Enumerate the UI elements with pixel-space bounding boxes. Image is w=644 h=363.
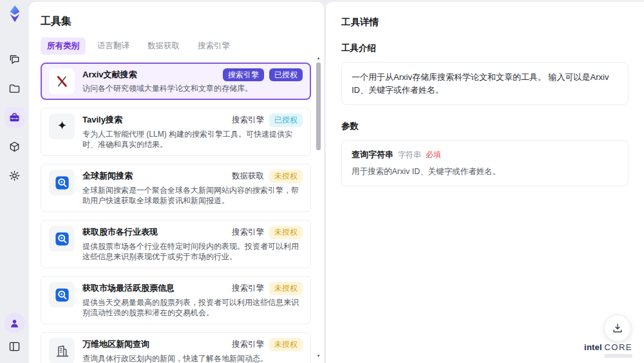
page-title: 工具集: [41, 15, 311, 28]
tool-cards: Arxiv文献搜索搜索引擎已授权访问各个研究领域大量科学论文和文章的存储库。Ta…: [41, 63, 311, 363]
tool-name: Arxiv文献搜索: [82, 69, 137, 81]
panel-icon[interactable]: [5, 336, 25, 357]
tool-category: 搜索引擎: [232, 115, 264, 126]
intel-sub-badge: [604, 354, 632, 358]
auth-status-badge: 未授权: [269, 226, 303, 239]
tab-data[interactable]: 数据获取: [141, 37, 186, 55]
app-window: 工具集 所有类别语言翻译数据获取搜索引擎 Arxiv文献搜索搜索引擎已授权访问各…: [0, 0, 644, 363]
param-name: 查询字符串: [352, 149, 393, 161]
building-icon: [49, 338, 75, 363]
tool-description: 专为人工智能代理 (LLM) 构建的搜索引擎工具。可快速提供实时、准确和真实的结…: [82, 129, 303, 151]
tool-category: 数据获取: [232, 171, 264, 182]
download-button[interactable]: [604, 315, 631, 342]
sidebar-rail: [0, 0, 29, 363]
tool-card[interactable]: Tavily搜索搜索引擎已授权专为人工智能代理 (LLM) 构建的搜索引擎工具。…: [41, 108, 311, 156]
tool-category: 搜索引擎: [223, 68, 264, 81]
app-logo[interactable]: [5, 4, 24, 23]
tool-card[interactable]: Arxiv文献搜索搜索引擎已授权访问各个研究领域大量科学论文和文章的存储库。: [41, 63, 311, 100]
intro-heading: 工具介绍: [341, 43, 629, 54]
tool-description: 全球新闻搜索是一个聚合全球各大新闻网站内容的搜索引擎，帮助用户快速获取全球最新资…: [82, 185, 303, 207]
download-icon: [611, 322, 624, 335]
tool-card[interactable]: 全球新闻搜索数据获取未授权全球新闻搜索是一个聚合全球各大新闻网站内容的搜索引擎，…: [41, 164, 311, 212]
tool-description: 访问各个研究领域大量科学论文和文章的存储库。: [82, 83, 303, 94]
tool-name: Tavily搜索: [82, 114, 122, 126]
tab-translate[interactable]: 语言翻译: [91, 37, 136, 55]
tool-card[interactable]: 获取市场最活跃股票信息搜索引擎未授权提供当天交易量最高的股票列表，投资者可以利用…: [41, 276, 311, 324]
tool-description: 查询具体行政区划内的新闻，快速了解各地新闻动态。: [82, 353, 303, 363]
tool-intro-box: 一个用于从Arxiv存储库搜索科学论文和文章的工具。 输入可以是Arxiv ID…: [341, 62, 629, 105]
list-scrollbar[interactable]: ▲ ▼: [316, 51, 321, 359]
intel-brand-text: intel: [584, 342, 602, 352]
news-icon: [49, 170, 75, 195]
news-icon: [49, 282, 75, 308]
tools-list-panel: 工具集 所有类别语言翻译数据获取搜索引擎 Arxiv文献搜索搜索引擎已授权访问各…: [29, 2, 324, 363]
core-brand-text: CORE: [604, 342, 632, 352]
tool-description: 提供股票市场各个行业在特定时间段内的表现。投资者可以利用这些信息来识别表现优于或…: [82, 241, 303, 263]
settings-icon[interactable]: [5, 165, 25, 186]
scroll-down-arrow[interactable]: ▼: [316, 354, 321, 358]
tool-name: 获取市场最活跃股票信息: [82, 282, 175, 294]
sparkle-icon: [49, 113, 75, 139]
auth-status-badge: 未授权: [269, 338, 303, 351]
detail-title: 工具详情: [341, 16, 629, 28]
tool-category: 搜索引擎: [232, 227, 264, 238]
tab-all[interactable]: 所有类别: [41, 37, 86, 55]
auth-status-badge: 已授权: [269, 68, 303, 81]
tool-name: 万维地区新闻查询: [82, 338, 149, 350]
intel-core-logo: intel CORE: [584, 343, 632, 358]
auth-status-badge: 未授权: [269, 282, 303, 295]
tool-category: 搜索引擎: [232, 283, 264, 294]
news-icon: [49, 226, 75, 251]
tool-detail-panel: 工具详情 工具介绍 一个用于从Arxiv存储库搜索科学论文和文章的工具。 输入可…: [326, 2, 644, 363]
arxiv-icon: [49, 68, 75, 94]
params-heading: 参数: [341, 121, 629, 132]
chat-icon[interactable]: [5, 49, 25, 70]
param-description: 用于搜索的Arxiv ID、关键字或作者姓名。: [352, 166, 618, 177]
scroll-up-arrow[interactable]: ▲: [316, 56, 321, 60]
tool-description: 提供当天交易量最高的股票列表，投资者可以利用这些信息来识别流动性强的股票和潜在的…: [82, 297, 303, 319]
auth-status-badge: 已授权: [269, 113, 303, 126]
parameter-box: 查询字符串 字符串 必填 用于搜索的Arxiv ID、关键字或作者姓名。: [341, 140, 629, 186]
auth-status-badge: 未授权: [269, 170, 303, 182]
scrollbar-thumb[interactable]: [316, 63, 321, 150]
tool-category: 搜索引擎: [232, 339, 264, 350]
param-required-badge: 必填: [426, 150, 441, 161]
tool-card[interactable]: 万维地区新闻查询搜索引擎未授权查询具体行政区划内的新闻，快速了解各地新闻动态。: [41, 332, 311, 363]
folder-icon[interactable]: [5, 78, 25, 99]
tool-name: 全球新闻搜索: [82, 170, 133, 182]
cube-icon[interactable]: [5, 136, 25, 157]
tab-search[interactable]: 搜索引擎: [191, 37, 236, 55]
tool-name: 获取股市各行业表现: [82, 226, 158, 238]
user-icon[interactable]: [5, 313, 25, 333]
tool-card[interactable]: 获取股市各行业表现搜索引擎未授权提供股票市场各个行业在特定时间段内的表现。投资者…: [41, 220, 311, 268]
category-tabs: 所有类别语言翻译数据获取搜索引擎: [41, 37, 311, 55]
param-type: 字符串: [398, 150, 421, 161]
toolbox-icon[interactable]: [5, 107, 25, 128]
